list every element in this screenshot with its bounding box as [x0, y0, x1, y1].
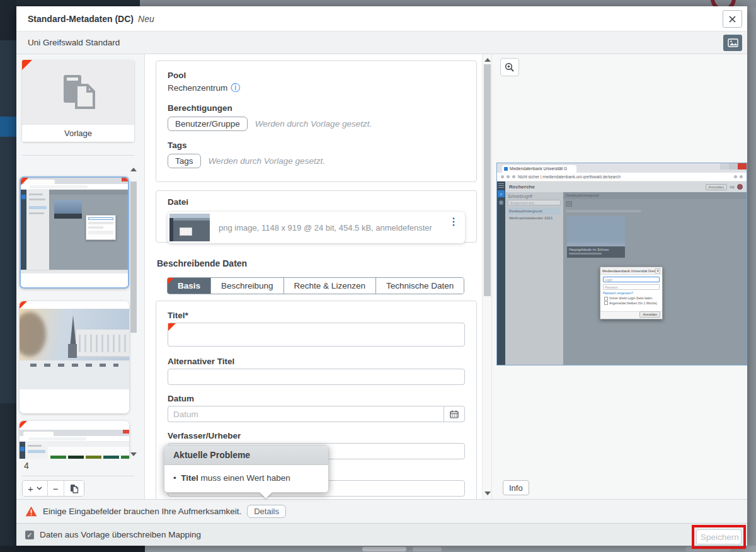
dialog-title-suffix: Neu: [138, 14, 154, 24]
tooltip-field-name: Titel: [181, 473, 198, 483]
thumbnail-item-2[interactable]: [20, 301, 129, 413]
decor-browser-chrome: [21, 178, 128, 184]
login-dialog-titlebar: Mediendatenbank Universität Greifswald ✕: [600, 267, 662, 275]
calendar-button[interactable]: [444, 406, 465, 422]
info-button[interactable]: Info: [503, 480, 529, 495]
password-input: Passwort: [603, 284, 660, 290]
zoom-button[interactable]: [500, 58, 519, 76]
remove-object-button[interactable]: −: [48, 481, 64, 496]
decor-url: [28, 437, 86, 440]
permissions-hint: Werden durch Vorlage gesetzt.: [255, 119, 372, 129]
thumbnail-scrollbar[interactable]: [130, 168, 137, 456]
datum-input[interactable]: [168, 406, 444, 422]
close-window-icon: [738, 163, 747, 170]
pool-value: Rechenzentrum: [168, 83, 227, 93]
tags-button[interactable]: Tags: [168, 154, 201, 168]
tab-label: Basis: [178, 281, 200, 290]
login-close-icon: ✕: [655, 268, 660, 273]
dialog-title: Standard-Metadaten (DC): [28, 14, 134, 24]
preview-browser-tab: Mediendatenbank Universität G: [502, 165, 576, 173]
unsaved-flag-icon: [168, 323, 176, 331]
scroll-down-icon[interactable]: [130, 452, 137, 456]
unsaved-flag-icon: [20, 421, 27, 428]
overwrite-mapping-checkbox[interactable]: ✓: [25, 531, 34, 539]
image-icon: [728, 38, 738, 47]
preview-panel: Mediendatenbank Universität G Nicht sich…: [491, 54, 747, 499]
decor-content: [49, 190, 128, 270]
form-scrollbar[interactable]: [482, 54, 491, 499]
close-button[interactable]: [723, 10, 742, 28]
alt-titel-input[interactable]: [168, 369, 465, 385]
login-checkbox-1: Immer direkt Login-Seite laden.: [604, 296, 660, 301]
tab-title: Mediendatenbank Universität G: [510, 166, 567, 171]
tab-label: Technische Daten: [386, 281, 454, 290]
decor-bar: [29, 206, 47, 209]
thumbnail-item-3[interactable]: [20, 421, 129, 459]
preview-app: ⌕ Recherche Anmelden DE: [497, 181, 747, 365]
file-label: Datei: [168, 197, 465, 207]
info-icon[interactable]: ⓘ: [231, 82, 240, 93]
thumbnail-item-1[interactable]: [20, 176, 129, 289]
file-menu-button[interactable]: ⋮: [449, 216, 459, 227]
decor-url: [30, 185, 88, 188]
warning-text: Einige Eingabefelder brauchen Ihre Aufme…: [43, 507, 241, 516]
tab-technische-daten[interactable]: Technische Daten: [376, 278, 464, 294]
decor-sidebar: [26, 190, 49, 270]
tab-beschreibung[interactable]: Beschreibung: [211, 278, 284, 294]
decor-addressbar: [20, 436, 129, 442]
decor-bar: [29, 193, 43, 195]
scroll-down-icon[interactable]: [484, 492, 491, 495]
user-group-button[interactable]: Benutzer/Gruppe: [168, 117, 248, 131]
preview-screenshot[interactable]: Mediendatenbank Universität G Nicht sich…: [496, 163, 747, 365]
duplicate-object-button[interactable]: [64, 481, 84, 496]
close-icon: [728, 15, 736, 23]
tab-label: Rechte & Lizenzen: [294, 281, 365, 290]
decor-green-thumb: [50, 456, 66, 459]
divider: [22, 476, 134, 476]
file-thumbnail: [169, 214, 210, 241]
decor-bar: [169, 214, 210, 218]
chevron-down-icon: [37, 486, 42, 490]
verfasser-label: Verfasser/Urheber: [168, 431, 465, 440]
info-rail-icon: [499, 200, 503, 205]
preview-app-main: Recherche Anmelden DE Schnellzugriff Ein…: [505, 181, 747, 365]
dialog-body: Vorlage: [16, 54, 747, 499]
forward-icon: [507, 175, 510, 178]
mask-name: Uni Greifswald Standard: [28, 38, 120, 47]
tab-rechte-lizenzen[interactable]: Rechte & Lizenzen: [284, 278, 376, 294]
favicon: [504, 167, 508, 171]
details-button[interactable]: Details: [247, 505, 286, 518]
tooltip-body: • Titel muss einen Wert haben: [164, 465, 328, 492]
tags-label: Tags: [168, 141, 465, 150]
thumbnail-photo: [20, 309, 129, 389]
refresh-icon: [512, 175, 515, 178]
decor-close: [122, 178, 128, 181]
calendar-icon: [450, 410, 459, 418]
add-object-button[interactable]: +: [23, 481, 48, 496]
object-sidebar: Vorlage: [16, 54, 145, 499]
bullet-icon: •: [173, 473, 176, 483]
search-icon: ⌕: [498, 190, 505, 197]
dialog-footer: ✓ Daten aus Vorlage überschreiben Mappin…: [16, 523, 747, 546]
save-button[interactable]: Speichern: [696, 529, 742, 544]
decor-page: [21, 190, 128, 270]
scroll-thumb[interactable]: [484, 64, 491, 296]
tab-basis[interactable]: Basis: [168, 278, 211, 294]
decor-windows: [79, 335, 127, 352]
template-copy-icon: [57, 72, 99, 112]
scroll-up-icon[interactable]: [130, 168, 137, 171]
file-row: png image, 1148 x 919 @ 24 bit, 454.5 kB…: [168, 212, 465, 243]
unsaved-flag-icon: [168, 278, 174, 284]
mask-subheader: Uni Greifswald Standard: [16, 32, 747, 54]
decor-green-thumb: [68, 456, 84, 459]
descriptive-heading: Beschreibende Daten: [157, 258, 247, 268]
scroll-thumb[interactable]: [130, 181, 137, 333]
decor-bar: [169, 218, 210, 221]
image-view-button[interactable]: [723, 35, 742, 51]
scroll-up-icon[interactable]: [484, 58, 491, 62]
metadata-form: Pool Rechenzentrumⓘ Berechtigungen Benut…: [145, 54, 482, 499]
titel-input[interactable]: [168, 323, 465, 347]
decor-bar: [28, 450, 45, 453]
template-card[interactable]: Vorlage: [22, 60, 134, 142]
scroll-track[interactable]: [130, 179, 137, 445]
